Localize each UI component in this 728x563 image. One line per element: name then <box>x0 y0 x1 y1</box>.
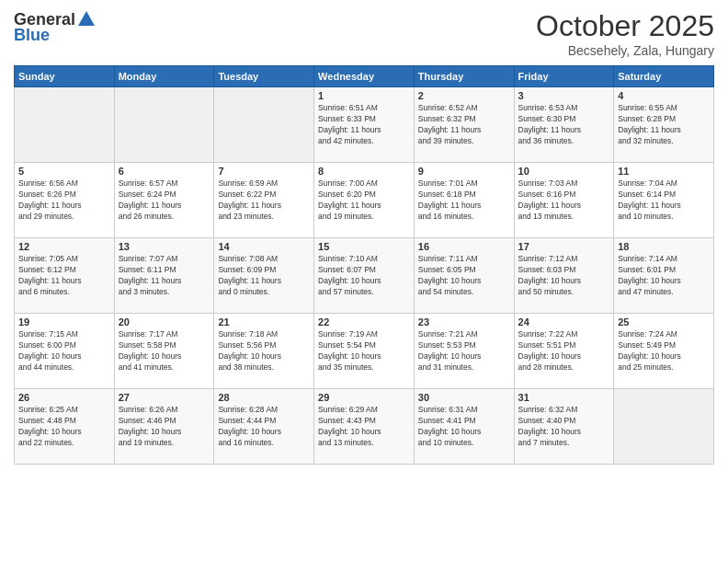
day-number: 5 <box>18 166 110 177</box>
day-number: 12 <box>18 241 110 252</box>
day-info: Sunrise: 6:29 AM Sunset: 4:43 PM Dayligh… <box>318 405 410 449</box>
title-block: October 2025 Becsehely, Zala, Hungary <box>536 9 714 58</box>
day-info: Sunrise: 6:32 AM Sunset: 4:40 PM Dayligh… <box>518 405 610 449</box>
day-number: 11 <box>618 166 710 177</box>
day-info: Sunrise: 7:19 AM Sunset: 5:54 PM Dayligh… <box>318 329 410 373</box>
day-number: 14 <box>218 241 310 252</box>
logo-blue: Blue <box>14 26 50 45</box>
day-number: 27 <box>119 392 210 403</box>
calendar-day-cell: 25Sunrise: 7:24 AM Sunset: 5:49 PM Dayli… <box>614 314 714 389</box>
calendar-day-cell: 22Sunrise: 7:19 AM Sunset: 5:54 PM Dayli… <box>314 314 415 389</box>
calendar-day-cell: 23Sunrise: 7:21 AM Sunset: 5:53 PM Dayli… <box>414 314 514 389</box>
day-number: 1 <box>318 90 410 101</box>
day-info: Sunrise: 6:53 AM Sunset: 6:30 PM Dayligh… <box>518 103 610 147</box>
calendar-day-cell: 17Sunrise: 7:12 AM Sunset: 6:03 PM Dayli… <box>514 238 614 314</box>
calendar-day-cell: 24Sunrise: 7:22 AM Sunset: 5:51 PM Dayli… <box>514 314 614 389</box>
day-number: 19 <box>18 316 110 327</box>
calendar-day-cell: 10Sunrise: 7:03 AM Sunset: 6:16 PM Dayli… <box>514 163 614 238</box>
svg-marker-0 <box>78 11 95 26</box>
calendar-day-cell: 28Sunrise: 6:28 AM Sunset: 4:44 PM Dayli… <box>214 389 314 465</box>
day-info: Sunrise: 6:57 AM Sunset: 6:24 PM Dayligh… <box>119 178 210 223</box>
day-info: Sunrise: 7:05 AM Sunset: 6:12 PM Dayligh… <box>18 254 110 298</box>
calendar-page: General Blue October 2025 Becsehely, Zal… <box>0 0 728 563</box>
calendar-day-cell <box>15 87 115 163</box>
day-number: 3 <box>518 90 610 101</box>
calendar-week-row: 1Sunrise: 6:51 AM Sunset: 6:33 PM Daylig… <box>15 87 714 163</box>
day-number: 2 <box>418 90 510 101</box>
day-info: Sunrise: 7:12 AM Sunset: 6:03 PM Dayligh… <box>518 254 610 298</box>
calendar-week-row: 26Sunrise: 6:25 AM Sunset: 4:48 PM Dayli… <box>15 389 714 465</box>
day-info: Sunrise: 6:56 AM Sunset: 6:26 PM Dayligh… <box>18 178 110 223</box>
day-info: Sunrise: 7:00 AM Sunset: 6:20 PM Dayligh… <box>318 178 410 223</box>
day-info: Sunrise: 7:11 AM Sunset: 6:05 PM Dayligh… <box>418 254 510 298</box>
day-info: Sunrise: 7:24 AM Sunset: 5:49 PM Dayligh… <box>618 329 710 373</box>
calendar-day-cell: 27Sunrise: 6:26 AM Sunset: 4:46 PM Dayli… <box>114 389 214 465</box>
day-info: Sunrise: 6:31 AM Sunset: 4:41 PM Dayligh… <box>418 405 510 449</box>
day-number: 29 <box>318 392 410 403</box>
calendar-week-row: 19Sunrise: 7:15 AM Sunset: 6:00 PM Dayli… <box>15 314 714 389</box>
calendar-day-cell: 1Sunrise: 6:51 AM Sunset: 6:33 PM Daylig… <box>314 87 415 163</box>
day-number: 30 <box>418 392 510 403</box>
calendar-day-cell: 20Sunrise: 7:17 AM Sunset: 5:58 PM Dayli… <box>114 314 214 389</box>
day-of-week-header: Saturday <box>614 66 714 87</box>
day-info: Sunrise: 6:51 AM Sunset: 6:33 PM Dayligh… <box>318 103 410 147</box>
calendar-day-cell: 11Sunrise: 7:04 AM Sunset: 6:14 PM Dayli… <box>614 163 714 238</box>
day-info: Sunrise: 7:07 AM Sunset: 6:11 PM Dayligh… <box>119 254 210 298</box>
day-number: 24 <box>518 316 610 327</box>
day-of-week-header: Monday <box>114 66 214 87</box>
calendar-week-row: 5Sunrise: 6:56 AM Sunset: 6:26 PM Daylig… <box>15 163 714 238</box>
day-info: Sunrise: 7:08 AM Sunset: 6:09 PM Dayligh… <box>218 254 310 298</box>
day-number: 17 <box>518 241 610 252</box>
day-number: 28 <box>218 392 310 403</box>
day-info: Sunrise: 6:59 AM Sunset: 6:22 PM Dayligh… <box>218 178 310 223</box>
calendar-day-cell: 13Sunrise: 7:07 AM Sunset: 6:11 PM Dayli… <box>114 238 214 314</box>
calendar-day-cell <box>114 87 214 163</box>
day-info: Sunrise: 6:28 AM Sunset: 4:44 PM Dayligh… <box>218 405 310 449</box>
day-number: 18 <box>618 241 710 252</box>
calendar-day-cell: 18Sunrise: 7:14 AM Sunset: 6:01 PM Dayli… <box>614 238 714 314</box>
day-number: 6 <box>119 166 210 177</box>
day-info: Sunrise: 6:52 AM Sunset: 6:32 PM Dayligh… <box>418 103 510 147</box>
calendar-day-cell: 8Sunrise: 7:00 AM Sunset: 6:20 PM Daylig… <box>314 163 415 238</box>
month-title: October 2025 <box>536 9 714 43</box>
logo-icon <box>76 9 97 29</box>
day-of-week-header: Thursday <box>414 66 514 87</box>
day-info: Sunrise: 6:25 AM Sunset: 4:48 PM Dayligh… <box>18 405 110 449</box>
day-number: 15 <box>318 241 410 252</box>
day-number: 26 <box>18 392 110 403</box>
calendar-day-cell: 5Sunrise: 6:56 AM Sunset: 6:26 PM Daylig… <box>15 163 115 238</box>
calendar-day-cell: 14Sunrise: 7:08 AM Sunset: 6:09 PM Dayli… <box>214 238 314 314</box>
day-info: Sunrise: 7:22 AM Sunset: 5:51 PM Dayligh… <box>518 329 610 373</box>
day-number: 25 <box>618 316 710 327</box>
day-number: 8 <box>318 166 410 177</box>
day-info: Sunrise: 7:15 AM Sunset: 6:00 PM Dayligh… <box>18 329 110 373</box>
day-info: Sunrise: 7:18 AM Sunset: 5:56 PM Dayligh… <box>218 329 310 373</box>
calendar-day-cell: 30Sunrise: 6:31 AM Sunset: 4:41 PM Dayli… <box>414 389 514 465</box>
calendar-day-cell: 7Sunrise: 6:59 AM Sunset: 6:22 PM Daylig… <box>214 163 314 238</box>
day-of-week-header: Friday <box>514 66 614 87</box>
day-info: Sunrise: 7:04 AM Sunset: 6:14 PM Dayligh… <box>618 178 710 223</box>
location-subtitle: Becsehely, Zala, Hungary <box>536 43 714 58</box>
day-of-week-header: Wednesday <box>314 66 415 87</box>
calendar-day-cell <box>614 389 714 465</box>
calendar-day-cell: 21Sunrise: 7:18 AM Sunset: 5:56 PM Dayli… <box>214 314 314 389</box>
day-info: Sunrise: 7:17 AM Sunset: 5:58 PM Dayligh… <box>119 329 210 373</box>
day-number: 4 <box>618 90 710 101</box>
calendar-day-cell: 6Sunrise: 6:57 AM Sunset: 6:24 PM Daylig… <box>114 163 214 238</box>
day-number: 22 <box>318 316 410 327</box>
day-of-week-header: Sunday <box>15 66 115 87</box>
calendar-header-row: SundayMondayTuesdayWednesdayThursdayFrid… <box>15 66 714 87</box>
day-number: 10 <box>518 166 610 177</box>
day-number: 20 <box>119 316 210 327</box>
day-info: Sunrise: 7:10 AM Sunset: 6:07 PM Dayligh… <box>318 254 410 298</box>
day-number: 21 <box>218 316 310 327</box>
day-info: Sunrise: 7:21 AM Sunset: 5:53 PM Dayligh… <box>418 329 510 373</box>
calendar-week-row: 12Sunrise: 7:05 AM Sunset: 6:12 PM Dayli… <box>15 238 714 314</box>
calendar-day-cell: 19Sunrise: 7:15 AM Sunset: 6:00 PM Dayli… <box>15 314 115 389</box>
day-of-week-header: Tuesday <box>214 66 314 87</box>
day-number: 13 <box>119 241 210 252</box>
calendar-day-cell: 4Sunrise: 6:55 AM Sunset: 6:28 PM Daylig… <box>614 87 714 163</box>
day-info: Sunrise: 6:55 AM Sunset: 6:28 PM Dayligh… <box>618 103 710 147</box>
day-number: 23 <box>418 316 510 327</box>
day-number: 16 <box>418 241 510 252</box>
